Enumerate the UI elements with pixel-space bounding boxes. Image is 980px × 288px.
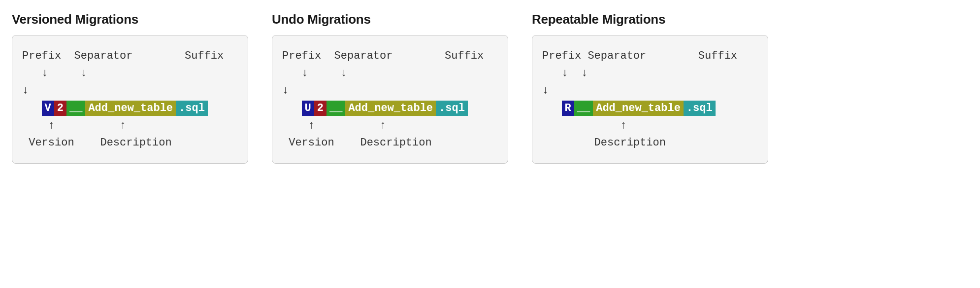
migrations-naming-diagram: Versioned Migrations Prefix Separator Su… [12,12,968,164]
arrows-up: ↑ ↑ [22,117,238,134]
code-row: R__Add_new_table.sql [542,101,716,116]
top-labels: Prefix Separator Suffix [282,47,498,65]
section-title-repeatable: Repeatable Migrations [532,12,768,27]
code-row: U2__Add_new_table.sql [282,101,468,116]
segment-suffix: .sql [436,101,468,116]
bottom-labels: Version Description [282,134,498,151]
section-title-undo: Undo Migrations [272,12,508,27]
arrows-up: ↑ [542,117,758,134]
diagram-box-undo: Prefix Separator Suffix ↓ ↓ ↓ U2__Add_ne… [272,35,508,164]
segment-prefix: V [42,101,54,116]
segment-suffix: .sql [684,101,716,116]
segment-description: Add_new_table [593,101,684,116]
code-row: V2__Add_new_table.sql [22,101,208,116]
arrows-down-1: ↓ ↓ [22,65,238,82]
arrows-down-1: ↓ ↓ [282,65,498,82]
bottom-labels: Description [542,134,758,151]
diagram-box-repeatable: Prefix Separator Suffix ↓ ↓ ↓ R__Add_new… [532,35,768,164]
arrows-down-2: ↓ [282,82,498,99]
arrows-down-1: ↓ ↓ [542,65,758,82]
segment-prefix: R [562,101,574,116]
segment-version: 2 [54,101,66,116]
segment-description: Add_new_table [345,101,436,116]
segment-prefix: U [302,101,314,116]
segment-separator: __ [327,101,345,116]
bottom-labels: Version Description [22,134,238,151]
top-labels: Prefix Separator Suffix [542,47,758,65]
section-undo: Undo Migrations Prefix Separator Suffix … [272,12,508,164]
segment-separator: __ [66,101,85,116]
top-labels: Prefix Separator Suffix [22,47,238,65]
section-versioned: Versioned Migrations Prefix Separator Su… [12,12,248,164]
segment-description: Add_new_table [85,101,176,116]
arrows-down-2: ↓ [542,82,758,99]
arrows-up: ↑ ↑ [282,117,498,134]
arrows-down-2: ↓ [22,82,238,99]
section-repeatable: Repeatable Migrations Prefix Separator S… [532,12,768,164]
diagram-box-versioned: Prefix Separator Suffix ↓ ↓ ↓ V2__Add_ne… [12,35,248,164]
segment-suffix: .sql [176,101,208,116]
segment-separator: __ [574,101,593,116]
segment-version: 2 [314,101,327,116]
section-title-versioned: Versioned Migrations [12,12,248,27]
